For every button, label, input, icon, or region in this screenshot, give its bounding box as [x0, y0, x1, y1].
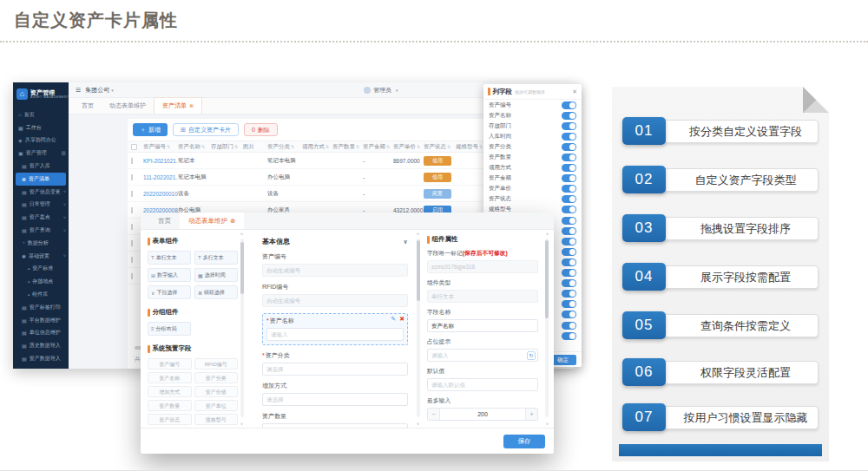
max-length-stepper[interactable]: − 200 +	[427, 408, 538, 421]
sort-icon[interactable]: ⇅	[326, 144, 329, 149]
chevron-down-icon[interactable]: ∨	[403, 239, 408, 245]
row-checkbox[interactable]	[131, 257, 133, 263]
sidebar-item-资产信息变更[interactable]: ▤资产信息变更˅	[13, 186, 69, 199]
component-分组布局[interactable]: ≡分组布局	[148, 322, 191, 336]
cell-no[interactable]: KPI-2021021..	[143, 158, 178, 164]
delete-icon[interactable]: ✖	[399, 316, 404, 323]
field-visibility-toggle[interactable]	[562, 143, 576, 151]
form-field-资产编号[interactable]: 资产编号自动生成编号	[262, 252, 408, 277]
field-visibility-toggle[interactable]	[562, 217, 576, 225]
field-visibility-toggle[interactable]	[562, 164, 576, 172]
close-tab-icon[interactable]: ⊗	[189, 98, 194, 114]
field-visibility-toggle[interactable]	[562, 154, 576, 161]
column-header-资产名称[interactable]: 资产名称⇅	[178, 143, 211, 151]
sidebar-item-资产盘点[interactable]: ▤资产盘点˅	[13, 211, 69, 224]
field-visibility-toggle[interactable]	[562, 300, 576, 308]
column-header-资产数量[interactable]: 资产数量⇅	[332, 143, 363, 151]
edit-icon[interactable]: ✎	[391, 316, 396, 323]
form-field-RFID编号[interactable]: RFID编号自动生成编号	[262, 283, 408, 307]
plus-icon[interactable]: +	[525, 409, 537, 420]
sort-icon[interactable]: ⇅	[291, 144, 294, 149]
row-checkbox[interactable]	[131, 158, 133, 164]
row-checkbox[interactable]	[131, 191, 133, 197]
column-header-资产状态[interactable]: 资产状态⇅	[424, 143, 456, 151]
preset-field-资产编号[interactable]: 资产编号	[148, 358, 192, 370]
tab-首页[interactable]: 首页	[74, 98, 102, 114]
delete-button[interactable]: 0删除	[244, 123, 278, 136]
sidebar-item-平台数据维护[interactable]: ▤平台数据维护	[13, 314, 69, 327]
field-visibility-toggle[interactable]	[562, 122, 576, 130]
field-visibility-toggle[interactable]	[562, 195, 576, 203]
sort-icon[interactable]: ⇅	[167, 144, 170, 149]
sidebar-item-单位信息维护[interactable]: ▤单位信息维护	[13, 327, 69, 340]
preset-field-资产状态[interactable]: 资产状态	[148, 414, 192, 425]
field-visibility-toggle[interactable]	[562, 185, 576, 193]
tab-首页[interactable]: 首页	[149, 213, 180, 229]
field-visibility-toggle[interactable]	[562, 133, 576, 141]
field-visibility-toggle[interactable]	[562, 258, 576, 266]
customize-card-button[interactable]: ⊞自定义资产卡片	[173, 123, 239, 136]
field-name-input[interactable]: 资产名称	[427, 319, 538, 332]
sort-icon[interactable]: ⇅	[234, 144, 238, 149]
form-field-input[interactable]: 请输入	[266, 328, 404, 341]
scroll-up-icon[interactable]: ˄	[240, 232, 243, 237]
column-header-资产单价[interactable]: 资产单价⇅	[393, 143, 424, 151]
row-checkbox[interactable]	[131, 240, 133, 246]
properties-scrollbar[interactable]	[545, 239, 549, 417]
sidebar-item-共享协同办公[interactable]: ◈共享协同办公	[13, 134, 69, 147]
column-header-资产分类[interactable]: 资产分类⇅	[267, 143, 302, 151]
refresh-icon[interactable]: ↻	[527, 351, 536, 360]
sort-icon[interactable]: ⇅	[356, 144, 359, 149]
tab-动态表单维护[interactable]: 动态表单维护⊗	[180, 213, 244, 229]
tab-动态表单维护[interactable]: 动态表单维护	[102, 98, 154, 114]
form-field-资产名称[interactable]: *资产名称请输入	[266, 317, 404, 341]
column-header-存放部门[interactable]: 存放部门⇅	[211, 143, 243, 151]
minus-icon[interactable]: −	[428, 409, 440, 420]
scroll-down-icon[interactable]: ˅	[546, 422, 549, 427]
sidebar-item-组件库[interactable]: ▪组件库	[13, 288, 69, 301]
tab-资产清单[interactable]: 资产清单⊗	[154, 97, 202, 114]
preset-field-资产名称[interactable]: 资产名称	[148, 372, 192, 383]
burger-icon[interactable]: ☰	[76, 87, 81, 94]
save-button[interactable]: 保存	[503, 435, 545, 448]
sidebar-item-日常管理[interactable]: ▤日常管理˅	[13, 199, 69, 212]
preset-field-增加方式[interactable]: 增加方式	[148, 386, 192, 397]
field-visibility-toggle[interactable]	[562, 238, 576, 245]
sort-icon[interactable]: ⇅	[201, 144, 205, 149]
component-下拉选择[interactable]: ∨下拉选择	[148, 285, 191, 299]
preset-field-资产价值[interactable]: 资产价值	[194, 386, 239, 397]
sidebar-item-历史数据导入[interactable]: ▤历史数据导入	[13, 339, 69, 352]
sidebar-item-工作台[interactable]: ▦工作台	[13, 121, 69, 134]
component-级联选择[interactable]: ≣级联选择	[194, 285, 238, 299]
form-field-input[interactable]: 请选择	[262, 393, 408, 406]
field-visibility-toggle[interactable]	[562, 279, 576, 287]
default-value-input[interactable]: 请输入默认值	[427, 378, 538, 391]
field-visibility-toggle[interactable]	[562, 112, 576, 120]
field-visibility-toggle[interactable]	[562, 174, 576, 182]
stepper-value[interactable]: 200	[440, 409, 525, 420]
field-visibility-toggle[interactable]	[562, 206, 576, 213]
sidebar-item-资产清单[interactable]: ≣资产清单	[16, 173, 66, 186]
sidebar-item-存放地点[interactable]: ▪存放地点	[13, 275, 69, 288]
scroll-up-icon[interactable]: ˄	[417, 232, 419, 237]
scroll-up-icon[interactable]: ˄	[546, 232, 549, 237]
company-selector[interactable]: 集团公司	[85, 86, 109, 95]
sort-icon[interactable]: ⇅	[417, 144, 420, 149]
row-checkbox[interactable]	[131, 174, 133, 180]
cell-no[interactable]: 20220200010	[143, 191, 178, 197]
component-单行文本[interactable]: T单行文本	[148, 251, 191, 265]
preset-field-RFID编号[interactable]: RFID编号	[194, 358, 239, 370]
field-visibility-toggle[interactable]	[562, 101, 576, 109]
field-visibility-toggle[interactable]	[562, 322, 576, 330]
sidebar-item-首页[interactable]: ⌂首页	[13, 108, 69, 121]
field-visibility-toggle[interactable]	[562, 332, 576, 340]
column-header-图片[interactable]: 图片	[243, 143, 267, 151]
field-visibility-toggle[interactable]	[562, 248, 576, 256]
form-field-资产数量[interactable]: 资产数量请输入	[262, 412, 408, 428]
preview-scrollbar[interactable]	[417, 239, 420, 417]
sidebar-item-基础设置[interactable]: ✱基础设置˅	[13, 250, 69, 263]
scroll-down-icon[interactable]: ˅	[240, 422, 243, 427]
component-多行文本[interactable]: T多行文本	[194, 251, 238, 265]
sidebar-item-资产入库[interactable]: ▤资产入库	[13, 160, 69, 173]
preset-field-资产单位[interactable]: 资产单位	[194, 400, 239, 411]
